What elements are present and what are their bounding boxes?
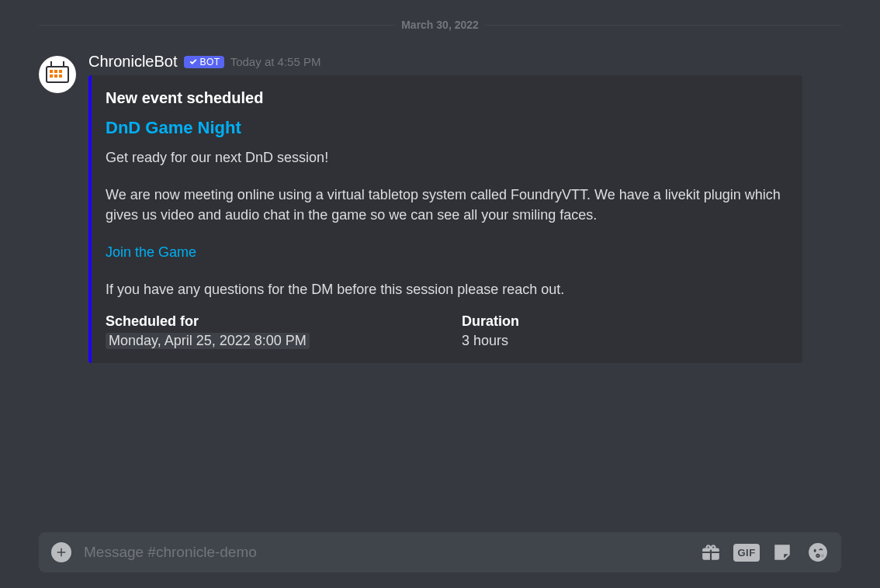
field-duration-value: 3 hours (462, 333, 787, 349)
svg-point-3 (821, 554, 824, 557)
message-body: ChronicleBot BOT Today at 4:55 PM New ev… (88, 53, 841, 363)
field-scheduled-value[interactable]: Monday, April 25, 2022 8:00 PM (106, 333, 310, 349)
plus-icon (54, 545, 68, 559)
sticker-icon (772, 542, 792, 562)
embed-para-2: We are now meeting online using a virtua… (106, 185, 787, 225)
date-divider: March 30, 2022 (39, 0, 841, 31)
message-input[interactable]: Message #chronicle-demo GIF (39, 532, 841, 572)
field-duration-label: Duration (462, 313, 787, 330)
divider-line (485, 25, 841, 26)
attach-button[interactable] (51, 542, 71, 562)
embed-para-1: Get ready for our next DnD session! (106, 147, 787, 168)
chat-area: March 30, 2022 ChronicleBot BOT (0, 0, 880, 588)
svg-point-1 (814, 549, 816, 552)
embed-para-3: If you have any questions for the DM bef… (106, 279, 787, 299)
divider-line (39, 25, 395, 26)
input-icons: GIF (700, 541, 829, 563)
embed-description: Get ready for our next DnD session! We a… (106, 147, 787, 299)
gift-icon (701, 542, 721, 562)
emoji-button[interactable] (807, 541, 829, 563)
bot-tag: BOT (184, 56, 224, 68)
embed: New event scheduled DnD Game Night Get r… (88, 75, 802, 363)
field-scheduled-label: Scheduled for (106, 313, 431, 330)
message-input-container: Message #chronicle-demo GIF (39, 532, 841, 572)
message-header: ChronicleBot BOT Today at 4:55 PM (88, 53, 841, 71)
gif-button[interactable]: GIF (736, 541, 757, 563)
bot-label: BOT (200, 57, 220, 67)
gif-icon: GIF (733, 544, 759, 562)
divider-date: March 30, 2022 (395, 19, 485, 31)
calendar-icon (46, 64, 69, 85)
message-timestamp: Today at 4:55 PM (230, 55, 321, 68)
field-duration: Duration 3 hours (462, 313, 787, 349)
join-game-link[interactable]: Join the Game (106, 242, 196, 262)
bot-avatar[interactable] (39, 56, 76, 93)
event-title-link[interactable]: DnD Game Night (106, 118, 241, 138)
svg-point-0 (809, 543, 827, 562)
field-scheduled: Scheduled for Monday, April 25, 2022 8:0… (106, 313, 431, 349)
check-icon (188, 57, 199, 67)
input-placeholder[interactable]: Message #chronicle-demo (84, 544, 688, 561)
gift-button[interactable] (700, 541, 722, 563)
sticker-button[interactable] (771, 541, 793, 563)
embed-title: New event scheduled (106, 89, 787, 107)
message: ChronicleBot BOT Today at 4:55 PM New ev… (39, 50, 841, 366)
emoji-icon (808, 542, 828, 562)
embed-fields: Scheduled for Monday, April 25, 2022 8:0… (106, 313, 787, 349)
author-name[interactable]: ChronicleBot (88, 53, 178, 71)
